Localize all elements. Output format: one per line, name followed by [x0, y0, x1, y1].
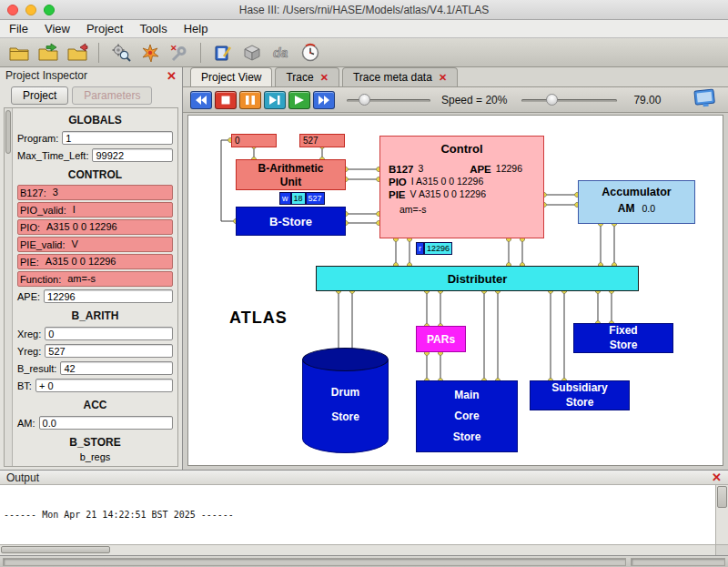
inspector-close-icon[interactable]: ✕ — [167, 70, 177, 82]
inspector-scrollbar-thumb[interactable] — [5, 110, 11, 154]
tab-trace[interactable]: Trace ✕ — [275, 67, 339, 86]
open-model-button[interactable] — [5, 40, 32, 65]
stop-button[interactable] — [215, 91, 237, 109]
slider-track[interactable] — [521, 99, 617, 102]
tab-label: Trace — [286, 71, 313, 84]
menu-bar: File View Project Tools Help — [0, 20, 728, 38]
field-label: Yreg: — [17, 346, 41, 357]
menu-file[interactable]: File — [9, 22, 28, 35]
node-b-store[interactable]: B-Store — [236, 207, 346, 236]
output-close-icon[interactable]: ✕ — [712, 471, 722, 483]
tab-close-icon[interactable]: ✕ — [320, 73, 329, 83]
field-value[interactable]: 42 — [60, 361, 173, 375]
slider-thumb[interactable] — [359, 94, 370, 106]
output-hscroll-thumb[interactable] — [1, 546, 110, 553]
slider-thumb[interactable] — [546, 94, 558, 106]
tab-close-icon[interactable]: ✕ — [439, 73, 447, 83]
tools-button[interactable]: ✕ — [166, 40, 192, 65]
status-field-left — [3, 558, 626, 566]
clock-button[interactable] — [297, 40, 323, 65]
pause-button[interactable] — [239, 91, 261, 109]
b-regs-subtitle: b_regs — [13, 451, 177, 464]
inspector-title: Project Inspector — [5, 69, 87, 82]
field-value[interactable]: A315 0 0 12296 — [43, 255, 172, 268]
toolbar: ✕ da — [0, 38, 728, 67]
field-value[interactable]: A315 0 0 12296 — [44, 220, 172, 234]
field-value[interactable]: V — [69, 238, 172, 251]
control-row-b127-ape: B1273 APE12296 — [389, 164, 535, 175]
project-view-panel: Project View Trace ✕ Trace meta data ✕ — [183, 67, 728, 470]
field-yreg: Yreg: 527 — [17, 343, 173, 359]
node-pars[interactable]: PARs — [416, 326, 466, 352]
display-button[interactable] — [693, 86, 719, 113]
tab-project-view[interactable]: Project View — [190, 67, 272, 86]
step-button[interactable] — [264, 91, 286, 109]
node-subsidiary-store[interactable]: Subsidiary Store — [530, 380, 630, 410]
node-accumulator[interactable]: Accumulator AM 0.0 — [578, 180, 695, 224]
field-value[interactable]: 99922 — [92, 148, 173, 162]
close-window-button[interactable] — [7, 5, 18, 15]
minimize-window-button[interactable] — [25, 5, 36, 15]
speed-slider[interactable] — [347, 91, 430, 109]
inspector-scrollbar[interactable] — [5, 108, 13, 466]
stop-icon — [220, 96, 231, 105]
node-b-arithmetic-unit[interactable]: B-Arithmetic Unit — [236, 159, 346, 190]
cube-icon — [241, 42, 263, 64]
library-button[interactable] — [209, 40, 236, 65]
menu-project[interactable]: Project — [86, 22, 123, 35]
tab-label: Project View — [201, 71, 261, 84]
tab-project[interactable]: Project — [11, 86, 68, 105]
control-row-pie: PIEV A315 0 0 12296 — [389, 189, 535, 200]
field-b127: B127: 3 — [17, 185, 173, 200]
entity-cube-button[interactable] — [238, 40, 265, 65]
field-value[interactable]: 1 — [62, 131, 173, 145]
w-register-chip[interactable]: w 18 527 — [279, 192, 325, 205]
node-b-arith-reg527[interactable]: 527 — [299, 134, 345, 147]
time-slider[interactable] — [521, 91, 617, 109]
save-model-button[interactable] — [35, 40, 61, 65]
field-value[interactable]: 3 — [50, 186, 172, 199]
output-horizontal-scrollbar[interactable] — [0, 544, 715, 555]
menu-view[interactable]: View — [45, 22, 70, 35]
control-row-pio: PIOI A315 0 0 12296 — [389, 177, 535, 187]
rewind-button[interactable] — [190, 91, 212, 109]
node-b-arith-reg0[interactable]: 0 — [231, 134, 277, 147]
menu-help[interactable]: Help — [184, 22, 208, 35]
field-value[interactable]: 0.0 — [39, 416, 173, 430]
field-value[interactable]: am=-s — [65, 272, 172, 286]
output-vscroll-thumb[interactable] — [717, 486, 727, 508]
node-drum-store[interactable]: Drum Store — [302, 348, 389, 453]
settings-search-button[interactable] — [107, 40, 134, 65]
chip-w: w — [279, 192, 291, 205]
play-button[interactable] — [288, 91, 310, 109]
svg-text:✕: ✕ — [170, 44, 177, 53]
field-label: PIE: — [20, 257, 39, 268]
time-value: 79.00 — [633, 94, 661, 106]
scrollbar-corner — [715, 544, 728, 555]
field-value[interactable]: 527 — [45, 344, 173, 358]
r-register-chip[interactable]: r 12296 — [416, 242, 452, 255]
field-value[interactable]: 0 — [45, 327, 173, 340]
node-control[interactable]: Control B1273 APE12296 PIOI A315 0 0 122… — [379, 136, 544, 238]
export-model-button[interactable] — [64, 40, 90, 65]
menu-tools[interactable]: Tools — [139, 22, 167, 35]
node-distributer[interactable]: Distributer — [316, 266, 639, 291]
clock-icon — [299, 42, 321, 64]
field-value[interactable]: 12296 — [44, 289, 173, 303]
text-3d-button[interactable]: da — [268, 40, 294, 65]
field-label: PIO_valid: — [20, 205, 66, 216]
field-pie: PIE: A315 0 0 12296 — [17, 254, 173, 269]
field-value[interactable]: I — [70, 203, 172, 217]
inspector-body: GLOBALS Program: 1 Max_Time_Left: 99922 … — [4, 107, 178, 467]
field-label: Max_Time_Left: — [17, 150, 88, 161]
drum-label: Drum Store — [302, 386, 389, 423]
field-value[interactable]: + 0 — [35, 379, 173, 392]
output-vertical-scrollbar[interactable] — [715, 485, 728, 544]
tab-trace-meta-data[interactable]: Trace meta data ✕ — [342, 67, 458, 86]
tab-parameters[interactable]: Parameters — [72, 86, 152, 105]
build-button[interactable] — [136, 40, 163, 65]
node-main-core-store[interactable]: Main Core Store — [416, 380, 518, 452]
node-fixed-store[interactable]: Fixed Store — [573, 323, 673, 353]
fast-forward-button[interactable] — [313, 91, 335, 109]
zoom-window-button[interactable] — [44, 5, 55, 15]
